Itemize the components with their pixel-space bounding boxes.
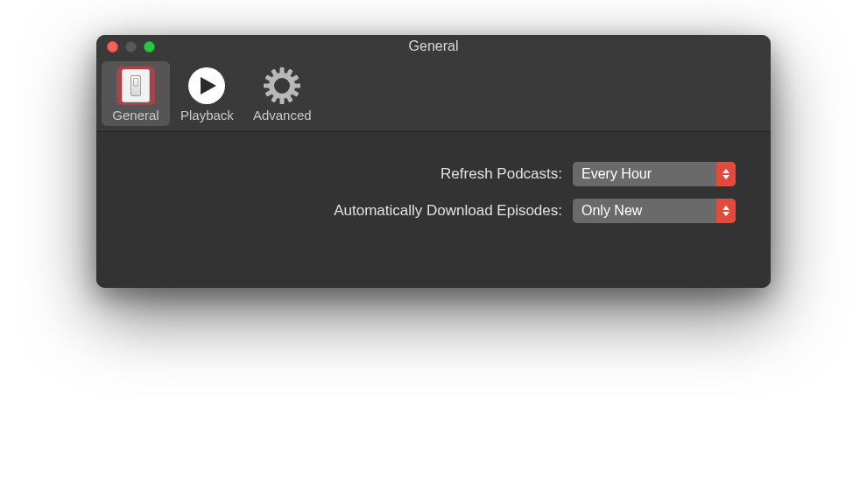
- svg-rect-11: [264, 84, 271, 88]
- select-value: Every Hour: [573, 162, 716, 186]
- preferences-window: General General Playback: [96, 35, 771, 288]
- maximize-button[interactable]: [144, 41, 155, 52]
- auto-download-row: Automatically Download Episodes: Only Ne…: [131, 199, 736, 223]
- window-controls: [107, 41, 155, 52]
- svg-marker-17: [722, 206, 730, 210]
- svg-marker-0: [201, 77, 216, 94]
- svg-marker-18: [722, 212, 730, 216]
- tab-label: General: [112, 108, 159, 122]
- select-value: Only New: [573, 199, 716, 223]
- gear-icon: [263, 66, 301, 105]
- svg-marker-16: [722, 175, 730, 179]
- svg-point-14: [277, 80, 287, 91]
- switch-icon: [116, 66, 155, 105]
- stepper-arrows-icon: [716, 199, 736, 223]
- close-button[interactable]: [107, 41, 118, 52]
- stepper-arrows-icon: [716, 162, 736, 186]
- svg-rect-8: [280, 97, 285, 104]
- content-pane: Refresh Podcasts: Every Hour Automatical…: [96, 132, 771, 288]
- svg-marker-15: [722, 169, 730, 173]
- titlebar: General: [96, 35, 771, 58]
- minimize-button[interactable]: [125, 41, 137, 52]
- tab-advanced[interactable]: Advanced: [244, 61, 321, 126]
- tab-general[interactable]: General: [102, 61, 170, 126]
- refresh-podcasts-row: Refresh Podcasts: Every Hour: [131, 162, 736, 186]
- tab-label: Playback: [180, 108, 234, 122]
- tab-playback[interactable]: Playback: [172, 61, 243, 126]
- auto-download-label: Automatically Download Episodes:: [131, 202, 573, 220]
- refresh-podcasts-label: Refresh Podcasts:: [131, 165, 573, 183]
- svg-rect-5: [293, 84, 300, 88]
- window-title: General: [96, 38, 771, 54]
- refresh-podcasts-select[interactable]: Every Hour: [573, 162, 736, 186]
- svg-rect-2: [280, 67, 285, 74]
- auto-download-select[interactable]: Only New: [573, 199, 736, 223]
- tab-toolbar: General Playback: [96, 58, 771, 132]
- tab-label: Advanced: [253, 108, 312, 122]
- play-icon: [187, 66, 226, 105]
